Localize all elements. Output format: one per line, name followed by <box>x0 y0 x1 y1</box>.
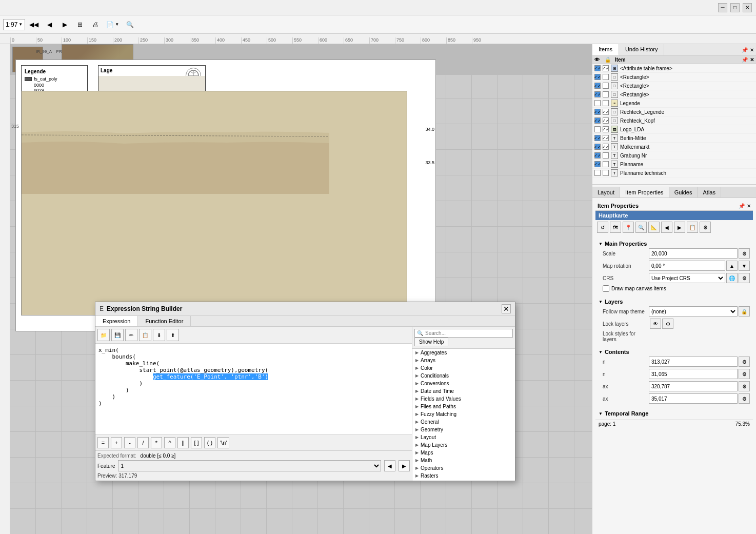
op-brackets[interactable]: [ ] <box>191 437 202 448</box>
dialog-bottom: Expected format: double [≤ 0.0 ≥] Featur… <box>95 450 412 481</box>
op-multiply[interactable]: * <box>151 437 162 448</box>
func-item-math[interactable]: ▶ Math <box>412 457 515 464</box>
func-item-arrays[interactable]: ▶ Arrays <box>412 357 515 364</box>
function-search-area: 🔍 Show Help <box>412 327 515 349</box>
func-arrow: ▶ <box>415 404 419 409</box>
func-item-layout[interactable]: ▶ Layout <box>412 433 515 441</box>
operators-row: = + - / * ^ || [ ] ( ) '\n' <box>95 434 412 450</box>
func-label: Fuzzy Matching <box>421 411 456 417</box>
func-label: Arrays <box>421 358 435 363</box>
highlighted-code: get_feature('E_Point', 'ptnr','B') <box>153 373 268 380</box>
op-equals[interactable]: = <box>97 437 109 448</box>
search-inner: 🔍 <box>414 329 513 338</box>
func-item-general[interactable]: ▶ General <box>412 418 515 426</box>
preview-label: Preview: <box>97 473 117 479</box>
func-label: Color <box>421 365 433 371</box>
dialog-body: 📁 💾 ✏ 📋 ⬇ ⬆ x_min( bounds( make_line( st… <box>95 327 515 481</box>
op-concat[interactable]: || <box>177 437 189 448</box>
expression-editor[interactable]: x_min( bounds( make_line( start_point(@a… <box>95 344 412 434</box>
func-label: Rasters <box>421 473 438 479</box>
dialog-title-area: Ε Expression String Builder <box>100 305 182 312</box>
expression-builder-dialog[interactable]: Ε Expression String Builder ✕ Expression… <box>95 302 515 481</box>
func-arrow: ▶ <box>415 350 419 355</box>
expr-line: make_line( <box>98 360 409 367</box>
dialog-close-button[interactable]: ✕ <box>502 304 511 313</box>
expr-line: ) <box>98 387 409 393</box>
func-item-map-layers[interactable]: ▶ Map Layers <box>412 441 515 449</box>
expected-format-label: Expected format: <box>97 453 136 459</box>
function-list[interactable]: ▶ Aggregates ▶ Arrays ▶ Color ▶ Conditio… <box>412 349 515 481</box>
dialog-editor-area: 📁 💾 ✏ 📋 ⬇ ⬆ x_min( bounds( make_line( st… <box>95 327 412 481</box>
expr-line-highlighted: get_feature('E_Point', 'ptnr','B') <box>98 373 409 380</box>
func-item-datetime[interactable]: ▶ Date and Time <box>412 387 515 395</box>
op-power[interactable]: ^ <box>164 437 175 448</box>
feature-label: Feature <box>97 463 115 469</box>
preview-value: 317.179 <box>118 473 137 479</box>
dialog-title: Expression String Builder <box>107 305 182 312</box>
copy-btn[interactable]: 📋 <box>139 329 151 341</box>
op-divide[interactable]: / <box>137 437 149 448</box>
preview-row: Preview: 317.179 <box>97 473 410 479</box>
func-arrow: ▶ <box>415 458 419 463</box>
func-item-fuzzy[interactable]: ▶ Fuzzy Matching <box>412 410 515 418</box>
func-arrow: ▶ <box>415 420 419 424</box>
func-arrow: ▶ <box>415 412 419 417</box>
func-item-conditionals[interactable]: ▶ Conditionals <box>412 372 515 380</box>
func-arrow: ▶ <box>415 373 419 378</box>
export-btn[interactable]: ⬆ <box>167 329 179 341</box>
tab-expression[interactable]: Expression <box>95 316 138 326</box>
func-label: Maps <box>421 450 433 456</box>
func-item-fields[interactable]: ▶ Fields and Values <box>412 395 515 403</box>
func-item-files[interactable]: ▶ Files and Paths <box>412 403 515 410</box>
func-item-conversions[interactable]: ▶ Conversions <box>412 380 515 387</box>
func-arrow: ▶ <box>415 397 419 401</box>
op-newline[interactable]: '\n' <box>217 437 229 448</box>
status-row: Expected format: double [≤ 0.0 ≥] <box>97 453 410 459</box>
expected-format-value: double [≤ 0.0 ≥] <box>141 453 176 459</box>
func-item-maps[interactable]: ▶ Maps <box>412 449 515 457</box>
expr-line: x_min( <box>98 347 409 353</box>
func-arrow: ▶ <box>415 473 419 478</box>
func-item-aggregates[interactable]: ▶ Aggregates <box>412 349 515 357</box>
feature-select[interactable]: 1 <box>118 460 381 471</box>
dialog-editor-toolbar: 📁 💾 ✏ 📋 ⬇ ⬆ <box>95 327 412 344</box>
func-arrow: ▶ <box>415 358 419 363</box>
func-item-operators[interactable]: ▶ Operators <box>412 464 515 472</box>
func-arrow: ▶ <box>415 427 419 432</box>
func-label: Geometry <box>421 427 443 432</box>
next-feature-btn[interactable]: ▶ <box>399 460 410 471</box>
expr-line: start_point(@atlas_geometry),geometry( <box>98 367 409 373</box>
func-label: Aggregates <box>421 350 447 355</box>
func-label: Fields and Values <box>421 396 461 402</box>
func-item-record[interactable]: ▶ Record and Attribu... <box>412 480 515 481</box>
import-btn[interactable]: ⬇ <box>153 329 165 341</box>
prev-feature-btn[interactable]: ◀ <box>384 460 395 471</box>
func-item-color[interactable]: ▶ Color <box>412 364 515 372</box>
op-minus[interactable]: - <box>124 437 135 448</box>
func-item-geometry[interactable]: ▶ Geometry <box>412 426 515 433</box>
op-plus[interactable]: + <box>111 437 122 448</box>
function-panel: 🔍 Show Help ▶ Aggregates ▶ Arrays <box>412 327 515 481</box>
dialog-overlay: Ε Expression String Builder ✕ Expression… <box>0 0 756 534</box>
expr-line: ) <box>98 400 409 407</box>
func-label: Conditionals <box>421 373 449 379</box>
func-arrow: ▶ <box>415 389 419 393</box>
op-parens[interactable]: ( ) <box>204 437 215 448</box>
func-label: Operators <box>421 465 443 471</box>
open-file-btn[interactable]: 📁 <box>97 329 110 341</box>
func-arrow: ▶ <box>415 435 419 440</box>
search-icon: 🔍 <box>417 330 423 336</box>
dialog-tabs: Expression Function Editor <box>95 316 515 327</box>
save-file-btn[interactable]: 💾 <box>111 329 124 341</box>
dialog-qgis-icon: Ε <box>100 305 104 312</box>
function-search-input[interactable] <box>425 330 510 336</box>
func-label: Files and Paths <box>421 404 456 409</box>
expr-line: ) <box>98 380 409 387</box>
func-item-rasters[interactable]: ▶ Rasters <box>412 472 515 480</box>
show-help-btn[interactable]: Show Help <box>414 338 448 346</box>
tab-function-editor[interactable]: Function Editor <box>138 316 191 326</box>
func-arrow: ▶ <box>415 466 419 470</box>
expr-line: ) <box>98 393 409 400</box>
edit-btn[interactable]: ✏ <box>125 329 137 341</box>
func-label: Map Layers <box>421 442 447 448</box>
